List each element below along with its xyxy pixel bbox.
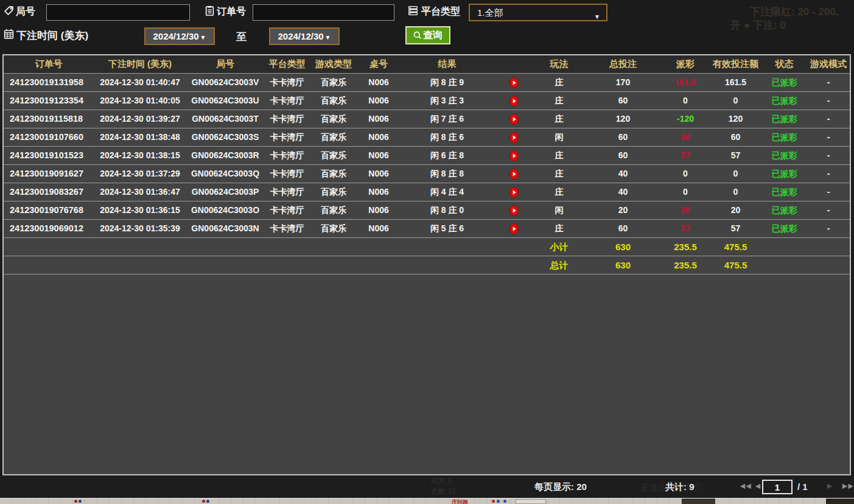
cell-platform: 卡卡湾厅 [264, 165, 310, 183]
cell-result: 闲 7 庄 6 [400, 110, 494, 128]
column-header: 状态 [761, 58, 807, 70]
cell-table-no: N006 [357, 110, 400, 128]
round-no-input[interactable] [46, 4, 190, 21]
table-header-row: 订单号下注时间 (美东)局号平台类型游戏类型桌号结果玩法总投注派彩有效投注额状态… [4, 55, 850, 74]
column-header: 有效投注额 [710, 58, 761, 70]
column-header: 游戏模式 [807, 58, 850, 70]
column-header: 平台类型 [264, 58, 310, 70]
date-from-value: 2024/12/30 [153, 31, 199, 41]
cell-game-mode: - [807, 201, 850, 219]
summary-payout: 235.5 [661, 238, 710, 256]
replay-icon[interactable] [494, 201, 533, 219]
calendar-icon [4, 29, 14, 39]
replay-icon[interactable] [494, 128, 533, 146]
cell-bet-time: 2024-12-30 01:36:47 [94, 183, 186, 201]
platform-type-select[interactable]: 1.全部 ▼ [469, 4, 607, 21]
replay-icon[interactable] [494, 165, 533, 183]
cell-table-no: N006 [357, 128, 400, 146]
cell-game-mode: - [807, 110, 850, 128]
date-to-picker[interactable]: 2024/12/30▼ [269, 27, 340, 45]
cell-payout: 161.5 [661, 74, 710, 91]
page-number-input[interactable] [762, 480, 793, 494]
cell-valid-bet: 57 [710, 220, 761, 237]
column-header: 结果 [400, 58, 494, 70]
cell-total-bet: 40 [585, 165, 661, 183]
search-button[interactable]: 查询 [405, 26, 450, 44]
betting-records-window: 下注限红: 20 - 200, 开 ● 下注: 0 局号 订单号 平台类型 1.… [0, 0, 854, 504]
window-fragment [826, 499, 854, 504]
column-header: 派彩 [661, 58, 710, 70]
cell-bet-time: 2024-12-30 01:40:05 [94, 92, 186, 110]
replay-icon[interactable] [494, 183, 533, 201]
background-bleed-bet-text: 开 ● 下注: 0 [730, 18, 786, 32]
roadmap-dot [497, 500, 500, 503]
first-page-button[interactable]: ◄◄ [738, 481, 751, 491]
cell-game-type: 百家乐 [310, 165, 357, 183]
replay-icon[interactable] [494, 74, 533, 91]
background-bleed-limit-text: 下注限红: 20 - 200, [750, 5, 839, 19]
cell-bet-type: 庄 [533, 183, 585, 201]
cell-game-type: 百家乐 [310, 183, 357, 201]
summary-total-bet: 630 [585, 238, 661, 256]
cell-order-no: 241230019076768 [4, 201, 94, 219]
tag-icon [4, 5, 14, 16]
background-bleed-stat: 总数 15 [431, 486, 456, 497]
column-header: 游戏类型 [310, 58, 357, 70]
cell-game-mode: - [807, 183, 850, 201]
summary-label: 小计 [533, 238, 585, 256]
cell-round-no: GN00624C3003P [186, 183, 264, 201]
cell-total-bet: 40 [585, 183, 661, 201]
date-to-value: 2024/12/30 [278, 31, 324, 41]
prev-page-button[interactable]: ◄ [754, 481, 762, 491]
replay-icon[interactable] [494, 220, 533, 237]
cell-valid-bet: 0 [710, 165, 761, 183]
cell-table-no: N006 [357, 220, 400, 237]
order-no-input[interactable] [253, 4, 394, 21]
table-row: 2412300190767682024-12-30 01:36:15GN0062… [4, 201, 850, 220]
cell-table-no: N006 [357, 201, 400, 219]
summary-payout: 235.5 [661, 256, 710, 274]
road-label-fragment: 庄问路 [452, 499, 468, 504]
summary-valid-bet: 475.5 [710, 238, 761, 256]
cell-game-mode: - [807, 220, 850, 237]
chevron-down-icon: ▼ [594, 9, 600, 24]
cell-table-no: N006 [357, 92, 400, 110]
cell-result: 闲 8 庄 0 [400, 201, 494, 219]
cell-valid-bet: 0 [710, 92, 761, 110]
replay-icon[interactable] [494, 110, 533, 128]
cell-valid-bet: 60 [710, 128, 761, 146]
search-icon [413, 31, 422, 40]
cell-platform: 卡卡湾厅 [264, 128, 310, 146]
cell-platform: 卡卡湾厅 [264, 183, 310, 201]
cell-result: 闲 8 庄 6 [400, 128, 494, 146]
last-page-button[interactable]: ►► [841, 481, 853, 491]
table-row: 2412300191015232024-12-30 01:38:15GN0062… [4, 147, 850, 165]
replay-icon[interactable] [494, 92, 533, 110]
cell-total-bet: 60 [585, 147, 661, 164]
cell-round-no: GN00624C3003U [186, 92, 264, 110]
cell-valid-bet: 120 [710, 110, 761, 128]
cell-status: 已派彩 [761, 201, 807, 219]
cell-bet-time: 2024-12-30 01:36:15 [94, 201, 186, 219]
cell-game-mode: - [807, 74, 850, 91]
table-body: 2412300191319582024-12-30 01:40:47GN0062… [4, 74, 850, 275]
date-from-picker[interactable]: 2024/12/30▼ [144, 27, 215, 45]
cell-status: 已派彩 [761, 183, 807, 201]
column-header: 玩法 [533, 58, 585, 70]
replay-icon[interactable] [494, 147, 533, 164]
cell-payout: 0 [661, 183, 710, 201]
cell-bet-time: 2024-12-30 01:39:27 [94, 110, 186, 128]
cell-total-bet: 20 [585, 201, 661, 219]
cell-status: 已派彩 [761, 92, 807, 110]
cell-result: 闲 5 庄 6 [400, 220, 494, 237]
cell-bet-type: 庄 [533, 220, 585, 237]
cell-order-no: 241230019101523 [4, 147, 94, 164]
clipboard-icon [205, 5, 215, 16]
cell-result: 闲 8 庄 9 [400, 74, 494, 91]
cell-bet-type: 闲 [533, 128, 585, 146]
total-count-label: 共计: 9 [665, 481, 695, 493]
cell-game-type: 百家乐 [310, 201, 357, 219]
roadmap-dot [206, 500, 209, 503]
next-page-button[interactable]: ► [825, 481, 834, 491]
cell-bet-type: 闲 [533, 201, 585, 219]
